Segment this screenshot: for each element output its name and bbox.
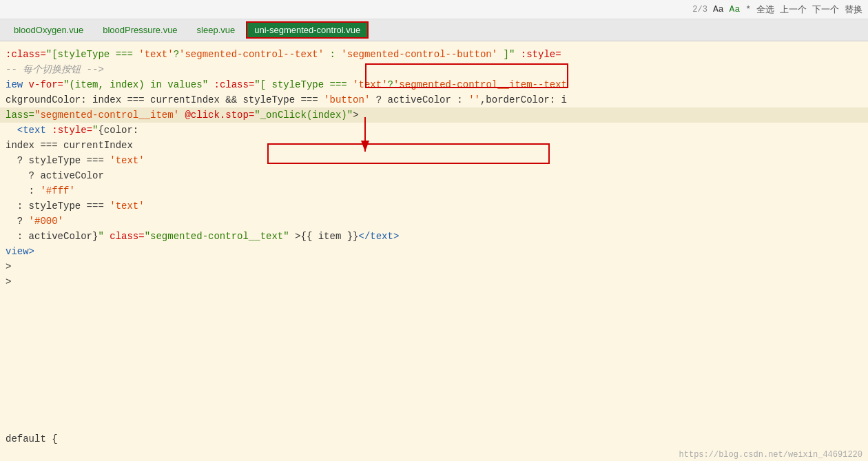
code-line-9: ? activeColor [0,168,868,183]
chinese-aa-button[interactable]: Aa [730,4,741,14]
code-line-8: ? styleType === 'text' [0,153,868,168]
code-line-5: lass="segmented-control__item' @click.st… [0,107,868,123]
code-line-18 [0,305,868,320]
code-line-7: index === currentIndex [0,138,868,153]
tab-bloodPressure[interactable]: bloodPressure.vue [94,22,185,38]
code-line-4: ckgroundColor: index === currentIndex &&… [0,92,868,107]
select-all-button[interactable]: 全选 [756,3,774,16]
tab-uniSegmentedControl[interactable]: uni-segmented-control.vue [246,21,369,39]
toolbar-right: 2/3 Aa Aa * 全选 上一个 下一个 替换 [692,3,862,16]
code-line-11: : styleType === 'text' [0,198,868,214]
watermark: https://blog.csdn.net/weixin_44691220 [679,450,862,460]
toolbar: 2/3 Aa Aa * 全选 上一个 下一个 替换 [0,0,868,19]
code-line-16: > [0,274,868,289]
code-line-17 [0,289,868,305]
code-line-14: view> [0,244,868,259]
tab-sleep[interactable]: sleep.vue [189,22,244,38]
page-indicator: 2/3 [692,5,707,14]
aa-button[interactable]: Aa [713,4,724,14]
code-line-12: ? '#000' [0,214,868,229]
code-line-2: -- 每个切换按钮 --> [0,62,868,77]
default-keyword: default { [6,433,58,444]
code-attr-class: :class= [6,47,46,62]
code-line-1: :class="[styleType === 'text'?'segmented… [0,47,868,62]
footer-code: default { [0,429,868,449]
code-line-15: > [0,259,868,274]
code-line-10: : '#fff' [0,183,868,198]
replace-button[interactable]: 替换 [845,3,862,16]
code-area: :class="[styleType === 'text'?'segmented… [0,41,868,325]
next-button[interactable]: 下一个 [812,3,839,16]
code-line-3: iew v-for="(item, index) in values" :cla… [0,77,868,92]
code-line-6: <text :style="{color: [0,123,868,138]
prev-button[interactable]: 上一个 [780,3,807,16]
tab-bar: bloodOxygen.vue bloodPressure.vue sleep.… [0,19,868,41]
tab-bloodOxygen[interactable]: bloodOxygen.vue [6,22,92,38]
code-line-13: : activeColor}" class="segmented-control… [0,229,868,244]
asterisk-button[interactable]: * [745,4,751,14]
